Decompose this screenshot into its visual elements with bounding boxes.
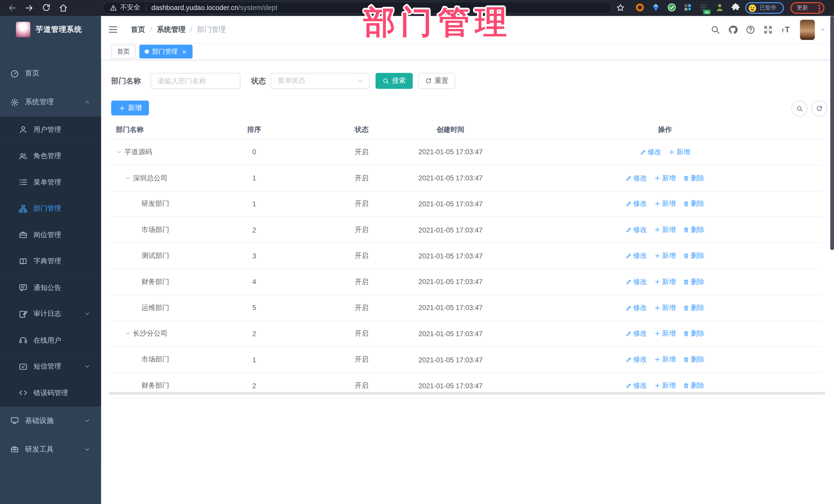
extension-orange-icon[interactable] [635,3,644,12]
sidebar-item-audit-log[interactable]: 审计日志 [0,301,101,327]
toggle-search-button[interactable] [791,101,807,116]
extension-green-check-icon[interactable] [667,3,676,12]
sidebar-item-role[interactable]: 角色管理 [0,143,101,169]
row-add-link[interactable]: 新增 [654,329,676,338]
sidebar-item-notice[interactable]: 通知公告 [0,275,101,301]
sidebar-item-dept[interactable]: 部门管理 [0,196,101,222]
extension-notes-on-icon[interactable]: on [699,3,708,12]
table-body: 芋道源码 0 开启 2021-01-05 17:03:47 修改新增 深圳总公司… [111,139,822,399]
row-delete-link[interactable]: 删除 [683,329,704,338]
breadcrumb-item[interactable]: 系统管理 [157,25,185,34]
row-delete-link[interactable]: 删除 [683,277,704,287]
status-cell: 开启 [330,225,393,235]
row-edit-link[interactable]: 修改 [625,355,647,365]
sort-cell: 4 [178,278,330,286]
row-delete-link[interactable]: 删除 [683,173,704,183]
row-delete-link[interactable]: 删除 [683,303,704,312]
sidebar-item-label: 部门管理 [34,204,61,213]
sidebar-item-infra[interactable]: 基础设施 [0,406,101,435]
sidebar-item-menu[interactable]: 菜单管理 [0,169,101,196]
row-edit-link[interactable]: 修改 [625,199,647,209]
forward-icon[interactable] [24,3,34,13]
hamburger-icon[interactable] [108,24,118,35]
github-icon[interactable] [728,25,738,34]
help-icon[interactable] [746,25,755,34]
font-size-icon[interactable]: TT [781,25,790,34]
add-button[interactable]: 新增 [111,101,149,115]
sidebar-item-label: 在线用户 [34,335,61,345]
search-button[interactable]: 搜索 [375,73,413,89]
row-edit-link[interactable]: 修改 [639,147,661,157]
extension-grid-icon[interactable] [683,3,692,12]
reload-icon[interactable] [42,3,51,13]
row-add-link[interactable]: 新增 [654,355,676,365]
close-icon[interactable] [181,49,187,54]
tree-expand-icon[interactable] [116,149,123,155]
gear-icon [10,97,19,107]
dept-name-cell: 深圳总公司 [111,173,178,183]
sidebar-item-error-code[interactable]: 错误码管理 [0,380,101,406]
profile-paused-chip[interactable]: 已暂停 [745,2,784,14]
row-add-link[interactable]: 新增 [654,303,676,312]
dept-name-input[interactable] [151,73,240,89]
refresh-table-button[interactable] [811,101,827,116]
breadcrumb-item[interactable]: 首页 [131,25,145,34]
row-add-link[interactable]: 新增 [668,147,690,157]
row-edit-link[interactable]: 修改 [625,173,647,183]
vertical-scrollbar[interactable] [830,16,834,250]
row-delete-link[interactable]: 删除 [683,225,704,235]
extension-green-user-icon[interactable] [715,3,724,12]
row-add-link[interactable]: 新增 [654,199,676,209]
trash-icon [683,253,689,259]
home-icon[interactable] [59,3,68,13]
sidebar-item-system[interactable]: 系统管理 [0,88,101,116]
tree-expand-icon[interactable] [125,330,131,337]
avatar[interactable] [800,20,815,40]
sidebar-item-home[interactable]: 首页 [0,59,101,88]
sidebar-item-post[interactable]: 岗位管理 [0,222,101,248]
search-icon[interactable] [710,25,720,34]
extension-blue-gem-icon[interactable] [651,3,660,12]
row-edit-link[interactable]: 修改 [625,303,647,312]
status-select[interactable]: 菜单状态 [271,73,370,89]
sidebar-item-user[interactable]: 用户管理 [0,116,101,143]
bookmark-star-icon[interactable] [616,3,625,12]
chevron-down-icon [357,78,364,84]
row-add-link[interactable]: 新增 [654,173,676,183]
row-edit-link[interactable]: 修改 [625,277,647,287]
row-edit-link[interactable]: 修改 [625,225,647,235]
sidebar-item-online-user[interactable]: 在线用户 [0,327,101,354]
row-edit-link[interactable]: 修改 [625,381,647,390]
table-header-cell: 部门名称 [111,125,178,134]
address-bar[interactable]: 不安全 dashboard.yudao.iocoder.cn/system/de… [103,2,612,14]
row-add-link[interactable]: 新增 [654,225,676,235]
tree-expand-icon[interactable] [125,175,131,181]
browser-update-button[interactable]: 更新 [790,2,825,14]
sidebar-item-dev-tools[interactable]: 研发工具 [0,435,101,463]
chevron-down-icon[interactable] [820,27,826,32]
row-edit-link[interactable]: 修改 [625,251,647,261]
row-edit-link[interactable]: 修改 [625,329,647,338]
row-delete-link[interactable]: 删除 [683,199,704,209]
tag-home[interactable]: 首页 [111,45,135,59]
back-icon[interactable] [7,3,17,13]
plus-icon [654,382,660,389]
row-delete-link[interactable]: 删除 [683,381,704,390]
fullscreen-icon[interactable] [763,25,773,34]
sidebar-logo[interactable]: 芋道管理系统 [0,16,101,43]
time-cell: 2021-01-05 17:03:47 [393,381,508,390]
row-add-link[interactable]: 新增 [654,277,676,287]
time-cell: 2021-01-05 17:03:47 [393,356,508,364]
row-add-link[interactable]: 新增 [654,381,676,390]
row-delete-link[interactable]: 删除 [683,251,704,261]
row-delete-link[interactable]: 删除 [683,355,704,365]
row-add-link[interactable]: 新增 [654,251,676,261]
kebab-menu-icon[interactable] [819,5,820,12]
sidebar-item-dict[interactable]: 字典管理 [0,248,101,275]
sidebar-item-sms[interactable]: 短信管理 [0,353,101,380]
reset-button[interactable]: 重置 [418,73,455,89]
tag-dept[interactable]: 部门管理 [139,45,193,59]
extensions-puzzle-icon[interactable] [731,3,740,12]
extension-toolbar: on [635,3,740,12]
horizontal-scrollbar[interactable] [109,392,826,395]
